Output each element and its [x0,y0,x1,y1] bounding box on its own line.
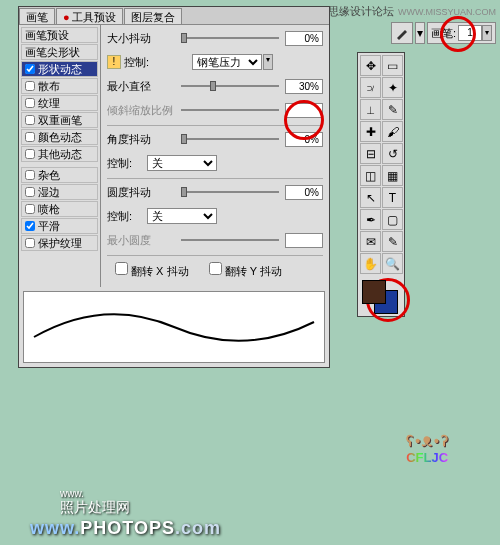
gradient-tool-icon[interactable]: ▦ [382,165,403,186]
options-bar: ▾ 画笔: 1 ▾ [391,22,496,44]
side-wet-edges[interactable]: 湿边 [21,184,98,200]
brush-size-field: 画笔: 1 ▾ [427,22,496,44]
site-label: 思缘设计论坛 [328,4,394,19]
size-jitter-value[interactable]: 0% [285,31,323,46]
toolbox: ✥ ▭ ⟉ ✦ ⟂ ✎ ✚ 🖌 ⊟ ↺ ◫ ▦ ↖ T ✒ ▢ ✉ ✎ ✋ 🔍 [357,52,405,317]
flip-x-checkbox[interactable]: 翻转 X 抖动 [115,262,189,279]
eraser-tool-icon[interactable]: ◫ [360,165,381,186]
brush-label: 画笔: [431,26,456,41]
marquee-tool-icon[interactable]: ▭ [382,55,403,76]
type-tool-icon[interactable]: T [382,187,403,208]
watermark-photo-site: www. 照片处理网 [60,488,130,517]
move-tool-icon[interactable]: ✥ [360,55,381,76]
side-noise[interactable]: 杂色 [21,167,98,183]
brush-tool-icon[interactable]: 🖌 [382,121,403,142]
eyedropper-tool-icon[interactable]: ✎ [382,231,403,252]
side-protect-texture[interactable]: 保护纹理 [21,235,98,251]
tab-tool-preset[interactable]: ●工具预设 [56,8,123,24]
angle-jitter-value[interactable]: 0% [285,132,323,147]
brush-option-list: 画笔预设 画笔尖形状 形状动态 散布 纹理 双重画笔 颜色动态 其他动态 杂色 … [19,25,101,287]
top-options-bar: 思缘设计论坛 WWW.MISSYUAN.COM [328,4,496,19]
history-brush-icon[interactable]: ↺ [382,143,403,164]
panel-tabs: 画笔 ●工具预设 图层复合 [19,7,329,25]
angle-jitter-slider[interactable] [181,138,279,140]
brush-size-arrow[interactable]: ▾ [482,25,492,41]
tab-brush[interactable]: 画笔 [19,8,55,24]
control1-arrow[interactable]: ▾ [263,54,273,70]
shape-dynamics-settings: 大小抖动 0% ! 控制: 钢笔压力 ▾ 最小直径 30% 倾斜缩放比例 [101,25,329,287]
foreground-color[interactable] [362,280,386,304]
tilt-scale-row: 倾斜缩放比例 [107,101,323,119]
tool-dropdown-arrow[interactable]: ▾ [415,22,425,44]
tilt-scale-slider [181,109,279,111]
roundness-jitter-slider[interactable] [181,191,279,193]
brush-size-value[interactable]: 1 [458,25,482,41]
control3-select[interactable]: 关 [147,208,217,224]
control1-row: ! 控制: 钢笔压力 ▾ [107,53,323,71]
size-jitter-slider[interactable] [181,37,279,39]
heal-tool-icon[interactable]: ✚ [360,121,381,142]
roundness-jitter-value[interactable]: 0% [285,185,323,200]
side-dual-brush[interactable]: 双重画笔 [21,112,98,128]
crop-tool-icon[interactable]: ⟂ [360,99,381,120]
side-brush-preset[interactable]: 画笔预设 [21,27,98,43]
min-roundness-row: 最小圆度 [107,231,323,249]
min-diameter-slider[interactable] [181,85,279,87]
watermark-photops: www.PHOTOPS.com [30,518,221,539]
shape-tool-icon[interactable]: ▢ [382,209,403,230]
min-diameter-row: 最小直径 30% [107,77,323,95]
lasso-tool-icon[interactable]: ⟉ [360,77,381,98]
tilt-scale-value [285,103,323,118]
color-swatches[interactable] [360,278,402,314]
flip-row: 翻转 X 抖动 翻转 Y 抖动 [107,260,323,283]
side-smoothing[interactable]: 平滑 [21,218,98,234]
side-brush-tip[interactable]: 画笔尖形状 [21,44,98,60]
roundness-jitter-row: 圆度抖动 0% [107,183,323,201]
side-shape-dynamics[interactable]: 形状动态 [21,61,98,77]
stamp-tool-icon[interactable]: ⊟ [360,143,381,164]
hand-tool-icon[interactable]: ✋ [360,253,381,274]
control2-row: 控制: 关 [107,154,323,172]
min-diameter-value[interactable]: 30% [285,79,323,94]
brush-tool-button[interactable] [391,22,413,44]
arrow-tool-icon[interactable]: ↖ [360,187,381,208]
angle-jitter-row: 角度抖动 0% [107,130,323,148]
pen-tool-icon[interactable]: ✒ [360,209,381,230]
size-jitter-row: 大小抖动 0% [107,29,323,47]
side-airbrush[interactable]: 喷枪 [21,201,98,217]
notes-tool-icon[interactable]: ✉ [360,231,381,252]
slice-tool-icon[interactable]: ✎ [382,99,403,120]
side-other-dynamics[interactable]: 其他动态 [21,146,98,162]
brush-panel: 画笔 ●工具预设 图层复合 画笔预设 画笔尖形状 形状动态 散布 纹理 双重画笔… [18,6,330,368]
wand-tool-icon[interactable]: ✦ [382,77,403,98]
brush-preview [23,291,325,363]
control1-select[interactable]: 钢笔压力 [192,54,262,70]
tab-layer-comp[interactable]: 图层复合 [124,8,182,24]
side-color-dynamics[interactable]: 颜色动态 [21,129,98,145]
watermark-cfljc: ʕ•ᴥ•ʔ CFLJC [406,433,450,465]
zoom-tool-icon[interactable]: 🔍 [382,253,403,274]
side-scattering[interactable]: 散布 [21,78,98,94]
warning-icon: ! [107,55,121,69]
flip-y-checkbox[interactable]: 翻转 Y 抖动 [209,262,282,279]
control3-row: 控制: 关 [107,207,323,225]
control2-select[interactable]: 关 [147,155,217,171]
side-texture[interactable]: 纹理 [21,95,98,111]
site-url: WWW.MISSYUAN.COM [398,7,496,17]
